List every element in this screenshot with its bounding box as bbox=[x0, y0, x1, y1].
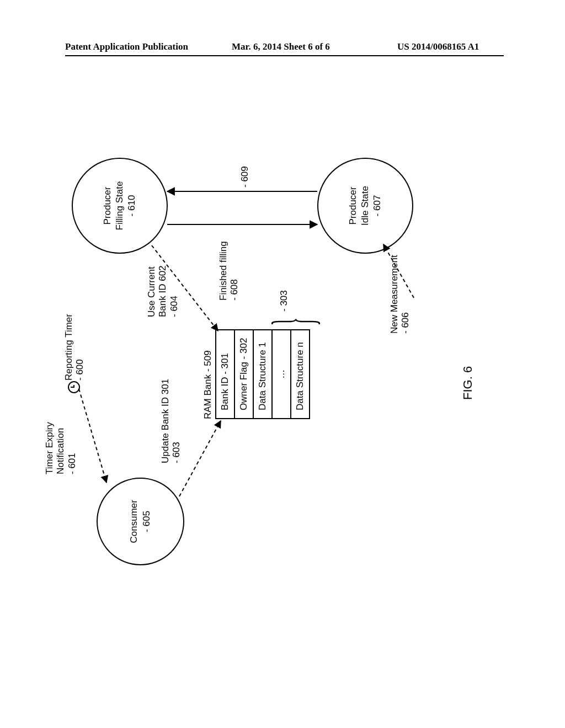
node-producer-filling: Producer Filling State - 610 bbox=[72, 158, 168, 254]
ram-row-dsn: Data Structure n bbox=[291, 330, 310, 419]
label-303: - 303 bbox=[279, 290, 290, 312]
ram-bank-table: Bank ID - 301 Owner Flag - 302 Data Stru… bbox=[215, 329, 310, 419]
ram-row-ds1: Data Structure 1 bbox=[253, 330, 272, 419]
ram-bank-title: RAM Bank - 509 bbox=[202, 350, 214, 419]
figure-caption: FIG. 6 bbox=[461, 366, 475, 400]
clock-icon bbox=[68, 381, 80, 393]
label-update-bank: Update Bank ID 301 - 603 bbox=[160, 379, 183, 463]
figure-6: Consumer - 605 Producer Filling State - … bbox=[63, 141, 488, 571]
header-rule bbox=[65, 55, 504, 56]
label-timer-expiry: Timer Expiry Notification - 601 bbox=[44, 422, 78, 474]
label-new-measurement: New Measurement - 606 bbox=[389, 255, 412, 334]
header-left: Patent Application Publication bbox=[65, 41, 188, 52]
ram-row-ownerflag: Owner Flag - 302 bbox=[234, 330, 253, 419]
label-finished-filling: Finished filling - 608 bbox=[218, 241, 241, 301]
svg-line-1 bbox=[179, 421, 221, 496]
node-producer-idle: Producer Idle State - 607 bbox=[317, 158, 413, 254]
label-609: - 609 bbox=[239, 166, 250, 188]
header-right: US 2014/0068165 A1 bbox=[397, 41, 479, 52]
svg-line-0 bbox=[79, 389, 106, 483]
header-center: Mar. 6, 2014 Sheet 6 of 6 bbox=[232, 41, 330, 52]
node-consumer: Consumer - 605 bbox=[97, 478, 184, 565]
label-reporting-timer: Reporting Timer - 600 bbox=[63, 314, 86, 381]
ram-row-ellipsis: … bbox=[272, 330, 291, 419]
ram-row-bankid: Bank ID - 301 bbox=[216, 330, 234, 419]
label-use-current: Use Current Bank ID 602 - 604 bbox=[146, 265, 180, 317]
brace-303: } bbox=[278, 318, 307, 326]
